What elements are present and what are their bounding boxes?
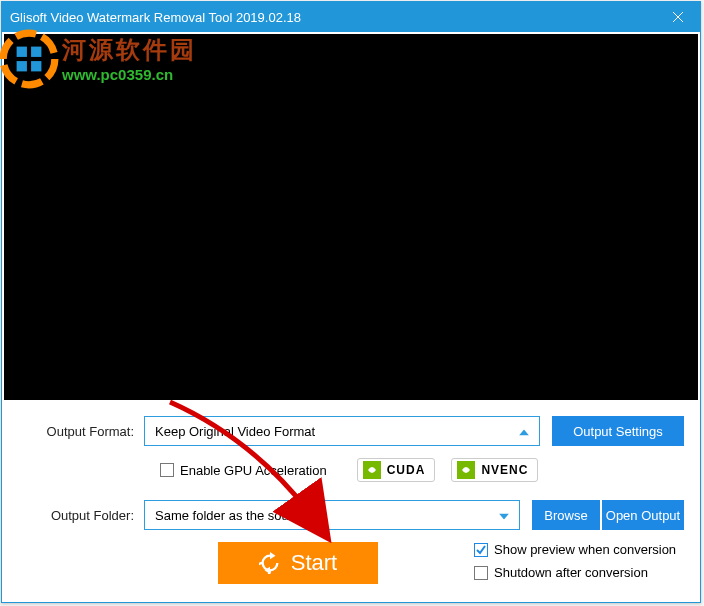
show-preview-checkbox[interactable]: Show preview when conversion	[474, 542, 684, 557]
output-format-row: Output Format: Keep Original Video Forma…	[18, 416, 684, 446]
nvidia-icon	[457, 461, 475, 479]
output-format-label: Output Format:	[18, 424, 144, 439]
output-folder-label: Output Folder:	[18, 508, 144, 523]
app-window: Glisoft Video Watermark Removal Tool 201…	[1, 1, 701, 603]
watermark-logo-icon	[0, 28, 60, 90]
open-output-button[interactable]: Open Output	[602, 500, 684, 530]
start-label: Start	[291, 550, 337, 576]
output-folder-select[interactable]: Same folder as the source	[144, 500, 520, 530]
video-preview: 河源软件园 www.pc0359.cn	[4, 34, 698, 400]
browse-button[interactable]: Browse	[532, 500, 600, 530]
watermark-chinese: 河源软件园	[62, 34, 197, 66]
gpu-acceleration-label: Enable GPU Acceleration	[180, 463, 327, 478]
titlebar: Glisoft Video Watermark Removal Tool 201…	[2, 2, 700, 32]
gpu-acceleration-checkbox[interactable]: Enable GPU Acceleration	[160, 463, 327, 478]
output-folder-value: Same folder as the source	[155, 508, 307, 523]
output-format-value: Keep Original Video Format	[155, 424, 315, 439]
window-title: Glisoft Video Watermark Removal Tool 201…	[10, 10, 655, 25]
cuda-label: CUDA	[387, 463, 426, 477]
output-settings-button[interactable]: Output Settings	[552, 416, 684, 446]
controls-panel: Output Format: Keep Original Video Forma…	[2, 402, 700, 602]
bottom-row: Start Show preview when conversion Shutd…	[18, 542, 684, 588]
nvenc-label: NVENC	[481, 463, 528, 477]
watermark-url: www.pc0359.cn	[62, 66, 197, 83]
output-folder-row: Output Folder: Same folder as the source…	[18, 500, 684, 530]
svg-rect-4	[31, 47, 41, 57]
start-button[interactable]: Start	[218, 542, 378, 584]
checkbox-box-icon	[160, 463, 174, 477]
checkbox-box-icon	[474, 566, 488, 580]
nvidia-icon	[363, 461, 381, 479]
checkbox-box-icon	[474, 543, 488, 557]
chevron-up-icon	[519, 424, 529, 439]
shutdown-checkbox[interactable]: Shutdown after conversion	[474, 565, 684, 580]
start-wrap: Start	[18, 542, 474, 584]
refresh-icon	[259, 552, 281, 574]
cuda-badge: CUDA	[357, 458, 436, 482]
post-options: Show preview when conversion Shutdown af…	[474, 542, 684, 588]
svg-rect-5	[17, 61, 27, 71]
svg-marker-8	[499, 514, 509, 520]
shutdown-label: Shutdown after conversion	[494, 565, 648, 580]
nvenc-badge: NVENC	[451, 458, 538, 482]
svg-point-2	[3, 33, 55, 85]
watermark-text: 河源软件园 www.pc0359.cn	[62, 34, 197, 83]
gpu-row: Enable GPU Acceleration CUDA NVENC	[160, 458, 684, 482]
close-button[interactable]	[655, 2, 700, 32]
svg-rect-6	[31, 61, 41, 71]
show-preview-label: Show preview when conversion	[494, 542, 676, 557]
svg-rect-3	[17, 47, 27, 57]
svg-marker-7	[519, 430, 529, 436]
output-format-select[interactable]: Keep Original Video Format	[144, 416, 540, 446]
chevron-down-icon	[499, 508, 509, 523]
close-icon	[672, 11, 684, 23]
